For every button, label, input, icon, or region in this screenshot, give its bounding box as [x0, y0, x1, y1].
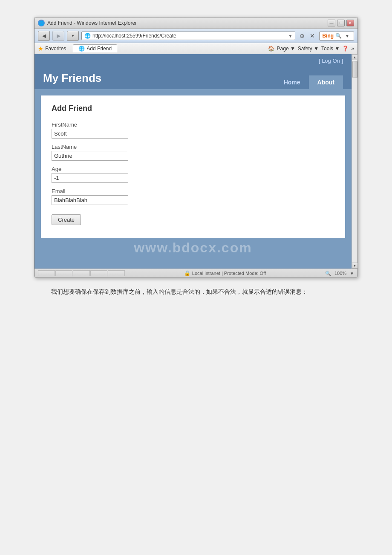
- intranet-icon: 🔒: [184, 270, 190, 276]
- status-seg-4: [90, 270, 107, 276]
- stop-icon[interactable]: ✕: [308, 32, 317, 40]
- firstname-label: FirstName: [52, 121, 334, 128]
- minimize-button[interactable]: —: [328, 20, 335, 26]
- close-button[interactable]: ✕: [346, 20, 354, 26]
- tab-label: Add Friend: [86, 46, 112, 52]
- more-button[interactable]: »: [351, 46, 354, 52]
- status-seg-3: [73, 270, 90, 276]
- firstname-input[interactable]: [52, 129, 128, 139]
- window-controls: — □ ✕: [328, 20, 354, 26]
- search-dropdown-icon[interactable]: ▼: [343, 33, 351, 39]
- browser-frame: [ Log On ] My Friends Home About: [35, 54, 357, 278]
- active-tab[interactable]: 🌐 Add Friend: [73, 44, 117, 52]
- tools-menu-button[interactable]: Tools ▼: [321, 46, 340, 52]
- form-title: Add Friend: [52, 104, 334, 113]
- address-text: http://localhost:25599/Friends/Create: [92, 33, 287, 39]
- email-group: Email: [52, 188, 334, 205]
- title-bar-left: 🌐 Add Friend - Windows Internet Explorer: [38, 20, 137, 26]
- zoom-dropdown-icon[interactable]: ▼: [350, 271, 354, 276]
- firstname-group: FirstName: [52, 121, 334, 139]
- site-title: My Friends: [43, 72, 101, 89]
- nav-icons: ⊕ ✕: [298, 32, 317, 40]
- watermark-text: www.bdocx.com: [47, 240, 339, 256]
- window-title: Add Friend - Windows Internet Explorer: [47, 20, 137, 26]
- page-menu-button[interactable]: Page ▼: [277, 46, 295, 52]
- status-main: 🔒 Local intranet | Protected Mode: Off: [129, 270, 321, 276]
- bottom-text: 我们想要确保在保存到数据库之前，输入的信息是合法的，如果不合法，就显示合适的错误…: [26, 286, 366, 297]
- main-content: Add Friend FirstName LastName: [35, 89, 352, 269]
- search-button[interactable]: 🔍: [335, 33, 342, 39]
- help-button[interactable]: ❓: [342, 46, 349, 52]
- favorites-label: Favorites: [45, 46, 66, 52]
- status-seg-1: [38, 270, 55, 276]
- tab-icon: 🌐: [78, 46, 85, 52]
- back-button[interactable]: ◀: [38, 31, 50, 41]
- zoom-icon: 🔍: [325, 271, 331, 276]
- log-on-link[interactable]: [ Log On ]: [319, 58, 343, 64]
- nav-home[interactable]: Home: [275, 75, 309, 89]
- age-label: Age: [52, 166, 334, 172]
- age-input[interactable]: [52, 173, 128, 183]
- home-toolbar-icon[interactable]: 🏠: [268, 46, 274, 52]
- scroll-up-button[interactable]: ▲: [352, 54, 358, 60]
- forward-button[interactable]: ▶: [52, 31, 64, 41]
- bottom-paragraph: 我们想要确保在保存到数据库之前，输入的信息是合法的，如果不合法，就显示合适的错误…: [51, 288, 308, 295]
- scrollbar[interactable]: ▲ ▼: [352, 54, 357, 269]
- address-bar: ◀ ▶ ▼ 🌐 http://localhost:25599/Friends/C…: [35, 29, 357, 43]
- safety-menu-button[interactable]: Safety ▼: [298, 46, 319, 52]
- content-card: Add Friend FirstName LastName: [41, 95, 345, 238]
- status-seg-2: [55, 270, 72, 276]
- star-icon: ★: [38, 45, 43, 52]
- status-seg-5: [108, 270, 125, 276]
- toolbar: ★ Favorites 🌐 Add Friend 🏠 Page ▼ Safety…: [35, 43, 357, 54]
- lastname-input[interactable]: [52, 151, 128, 161]
- page-icon: 🌐: [84, 33, 91, 39]
- scroll-down-button[interactable]: ▼: [352, 263, 358, 269]
- email-label: Email: [52, 188, 334, 194]
- lastname-group: LastName: [52, 144, 334, 161]
- status-bar: 🔒 Local intranet | Protected Mode: Off 🔍…: [35, 269, 357, 278]
- web-content: [ Log On ] My Friends Home About: [35, 54, 352, 269]
- browser-window: 🌐 Add Friend - Windows Internet Explorer…: [34, 17, 358, 278]
- search-box[interactable]: Bing 🔍 ▼: [319, 32, 354, 40]
- address-field[interactable]: 🌐 http://localhost:25599/Friends/Create …: [81, 32, 295, 40]
- scroll-thumb[interactable]: [352, 61, 357, 78]
- status-text: Local intranet | Protected Mode: Off: [192, 271, 266, 276]
- bing-logo: Bing: [322, 33, 334, 39]
- email-input[interactable]: [52, 195, 128, 205]
- zoom-level: 100%: [334, 271, 346, 276]
- web-area: [ Log On ] My Friends Home About: [35, 54, 352, 269]
- title-bar: 🌐 Add Friend - Windows Internet Explorer…: [35, 17, 357, 29]
- refresh-icon[interactable]: ⊕: [298, 32, 306, 40]
- status-segments: [38, 270, 125, 276]
- toolbar-right: 🏠 Page ▼ Safety ▼ Tools ▼ ❓ »: [268, 46, 354, 52]
- age-group: Age: [52, 166, 334, 183]
- address-dropdown-icon[interactable]: ▼: [288, 34, 293, 38]
- nav-menu: Home About: [275, 75, 343, 89]
- ie-icon: 🌐: [38, 20, 45, 26]
- content-area-wrapper: [ Log On ] My Friends Home About: [35, 54, 357, 269]
- watermark-area: www.bdocx.com: [41, 238, 345, 262]
- create-button[interactable]: Create: [52, 214, 81, 225]
- dropdown-button[interactable]: ▼: [67, 31, 79, 41]
- scroll-track[interactable]: [352, 78, 357, 263]
- maximize-button[interactable]: □: [337, 20, 345, 26]
- site-header: My Friends Home About: [35, 67, 352, 89]
- page-header: [ Log On ]: [35, 54, 352, 67]
- status-right: 🔍 100% ▼: [325, 271, 354, 276]
- nav-about[interactable]: About: [309, 75, 343, 89]
- lastname-label: LastName: [52, 144, 334, 150]
- favorites-button[interactable]: ★ Favorites: [38, 45, 66, 52]
- tab-bar: 🌐 Add Friend: [73, 44, 117, 52]
